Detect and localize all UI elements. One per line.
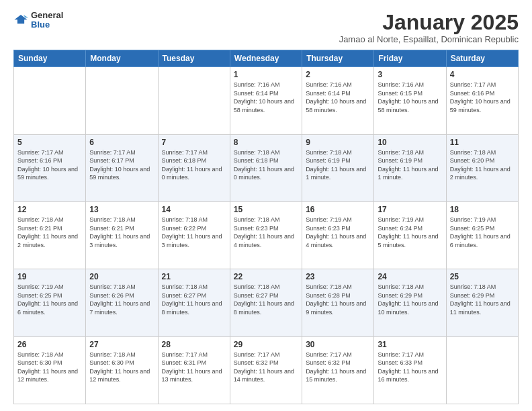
table-row: 11Sunrise: 7:18 AM Sunset: 6:20 PM Dayli… xyxy=(446,134,518,201)
logo-text: General Blue xyxy=(31,11,63,30)
day-number: 5 xyxy=(17,138,82,147)
day-info: Sunrise: 7:18 AM Sunset: 6:29 PM Dayligh… xyxy=(378,283,442,316)
table-row: 31Sunrise: 7:17 AM Sunset: 6:33 PM Dayli… xyxy=(374,336,446,404)
table-row: 23Sunrise: 7:18 AM Sunset: 6:28 PM Dayli… xyxy=(302,269,374,336)
table-row: 18Sunrise: 7:19 AM Sunset: 6:25 PM Dayli… xyxy=(446,201,518,269)
day-number: 28 xyxy=(162,340,226,349)
calendar-week-row: 19Sunrise: 7:19 AM Sunset: 6:25 PM Dayli… xyxy=(14,269,519,336)
day-info: Sunrise: 7:18 AM Sunset: 6:29 PM Dayligh… xyxy=(450,283,515,316)
table-row: 6Sunrise: 7:17 AM Sunset: 6:17 PM Daylig… xyxy=(86,134,158,201)
table-row: 30Sunrise: 7:17 AM Sunset: 6:32 PM Dayli… xyxy=(302,336,374,404)
day-info: Sunrise: 7:18 AM Sunset: 6:27 PM Dayligh… xyxy=(234,283,298,316)
day-number: 12 xyxy=(17,205,82,214)
table-row: 4Sunrise: 7:17 AM Sunset: 6:16 PM Daylig… xyxy=(446,67,518,134)
col-sunday: Sunday xyxy=(14,50,86,67)
table-row: 20Sunrise: 7:18 AM Sunset: 6:26 PM Dayli… xyxy=(86,269,158,336)
day-info: Sunrise: 7:18 AM Sunset: 6:21 PM Dayligh… xyxy=(89,216,154,249)
day-info: Sunrise: 7:18 AM Sunset: 6:28 PM Dayligh… xyxy=(306,283,370,316)
page: General Blue January 2025 Jamao al Norte… xyxy=(0,0,532,411)
table-row: 7Sunrise: 7:17 AM Sunset: 6:18 PM Daylig… xyxy=(158,134,230,201)
logo: General Blue xyxy=(13,11,63,30)
day-number: 27 xyxy=(89,340,154,349)
day-number: 31 xyxy=(378,340,442,349)
day-info: Sunrise: 7:17 AM Sunset: 6:16 PM Dayligh… xyxy=(17,148,82,182)
day-info: Sunrise: 7:17 AM Sunset: 6:16 PM Dayligh… xyxy=(450,81,515,114)
table-row xyxy=(446,336,518,404)
table-row: 22Sunrise: 7:18 AM Sunset: 6:27 PM Dayli… xyxy=(230,269,302,336)
table-row xyxy=(14,67,86,134)
calendar-week-row: 5Sunrise: 7:17 AM Sunset: 6:16 PM Daylig… xyxy=(14,134,519,201)
logo-icon xyxy=(13,13,28,28)
day-info: Sunrise: 7:18 AM Sunset: 6:19 PM Dayligh… xyxy=(378,148,442,182)
day-info: Sunrise: 7:18 AM Sunset: 6:27 PM Dayligh… xyxy=(162,283,226,316)
calendar-header-row: Sunday Monday Tuesday Wednesday Thursday… xyxy=(14,50,519,67)
table-row xyxy=(158,67,230,134)
day-info: Sunrise: 7:16 AM Sunset: 6:14 PM Dayligh… xyxy=(306,81,370,114)
day-info: Sunrise: 7:18 AM Sunset: 6:22 PM Dayligh… xyxy=(162,216,226,249)
month-title: January 2025 xyxy=(339,11,519,34)
table-row: 21Sunrise: 7:18 AM Sunset: 6:27 PM Dayli… xyxy=(158,269,230,336)
calendar-week-row: 26Sunrise: 7:18 AM Sunset: 6:30 PM Dayli… xyxy=(14,336,519,404)
day-info: Sunrise: 7:18 AM Sunset: 6:23 PM Dayligh… xyxy=(234,216,298,249)
day-number: 15 xyxy=(234,205,298,214)
table-row: 24Sunrise: 7:18 AM Sunset: 6:29 PM Dayli… xyxy=(374,269,446,336)
day-number: 29 xyxy=(234,340,298,349)
day-info: Sunrise: 7:19 AM Sunset: 6:24 PM Dayligh… xyxy=(378,216,442,249)
day-number: 26 xyxy=(17,340,82,349)
day-info: Sunrise: 7:19 AM Sunset: 6:25 PM Dayligh… xyxy=(17,283,82,316)
day-number: 23 xyxy=(306,272,370,281)
day-number: 8 xyxy=(234,138,298,147)
day-number: 18 xyxy=(450,205,515,214)
subtitle: Jamao al Norte, Espaillat, Dominican Rep… xyxy=(339,34,519,44)
day-number: 2 xyxy=(306,70,370,79)
table-row: 14Sunrise: 7:18 AM Sunset: 6:22 PM Dayli… xyxy=(158,201,230,269)
table-row: 29Sunrise: 7:17 AM Sunset: 6:32 PM Dayli… xyxy=(230,336,302,404)
day-number: 9 xyxy=(306,138,370,147)
table-row: 19Sunrise: 7:19 AM Sunset: 6:25 PM Dayli… xyxy=(14,269,86,336)
day-info: Sunrise: 7:17 AM Sunset: 6:17 PM Dayligh… xyxy=(89,148,154,182)
title-area: January 2025 Jamao al Norte, Espaillat, … xyxy=(339,11,519,44)
day-number: 21 xyxy=(162,272,226,281)
day-number: 6 xyxy=(89,138,154,147)
logo-general: General xyxy=(31,11,63,20)
logo-blue: Blue xyxy=(31,20,63,30)
table-row: 8Sunrise: 7:18 AM Sunset: 6:18 PM Daylig… xyxy=(230,134,302,201)
day-number: 13 xyxy=(89,205,154,214)
table-row: 27Sunrise: 7:18 AM Sunset: 6:30 PM Dayli… xyxy=(86,336,158,404)
day-info: Sunrise: 7:17 AM Sunset: 6:32 PM Dayligh… xyxy=(234,351,298,384)
calendar: Sunday Monday Tuesday Wednesday Thursday… xyxy=(13,50,519,404)
col-monday: Monday xyxy=(86,50,158,67)
table-row: 25Sunrise: 7:18 AM Sunset: 6:29 PM Dayli… xyxy=(446,269,518,336)
day-number: 25 xyxy=(450,272,515,281)
day-info: Sunrise: 7:17 AM Sunset: 6:33 PM Dayligh… xyxy=(378,351,442,384)
day-info: Sunrise: 7:18 AM Sunset: 6:18 PM Dayligh… xyxy=(234,148,298,182)
day-number: 4 xyxy=(450,70,515,79)
day-info: Sunrise: 7:18 AM Sunset: 6:19 PM Dayligh… xyxy=(306,148,370,182)
day-number: 17 xyxy=(378,205,442,214)
day-info: Sunrise: 7:18 AM Sunset: 6:30 PM Dayligh… xyxy=(17,351,82,384)
table-row: 10Sunrise: 7:18 AM Sunset: 6:19 PM Dayli… xyxy=(374,134,446,201)
day-info: Sunrise: 7:17 AM Sunset: 6:31 PM Dayligh… xyxy=(162,351,226,384)
table-row: 9Sunrise: 7:18 AM Sunset: 6:19 PM Daylig… xyxy=(302,134,374,201)
day-info: Sunrise: 7:18 AM Sunset: 6:30 PM Dayligh… xyxy=(89,351,154,384)
table-row: 5Sunrise: 7:17 AM Sunset: 6:16 PM Daylig… xyxy=(14,134,86,201)
day-number: 11 xyxy=(450,138,515,147)
table-row: 3Sunrise: 7:16 AM Sunset: 6:15 PM Daylig… xyxy=(374,67,446,134)
col-friday: Friday xyxy=(374,50,446,67)
day-number: 20 xyxy=(89,272,154,281)
table-row: 15Sunrise: 7:18 AM Sunset: 6:23 PM Dayli… xyxy=(230,201,302,269)
col-thursday: Thursday xyxy=(302,50,374,67)
table-row xyxy=(86,67,158,134)
col-saturday: Saturday xyxy=(446,50,518,67)
day-number: 1 xyxy=(234,70,298,79)
day-number: 30 xyxy=(306,340,370,349)
table-row: 26Sunrise: 7:18 AM Sunset: 6:30 PM Dayli… xyxy=(14,336,86,404)
day-info: Sunrise: 7:16 AM Sunset: 6:15 PM Dayligh… xyxy=(378,81,442,114)
day-number: 14 xyxy=(162,205,226,214)
day-info: Sunrise: 7:18 AM Sunset: 6:26 PM Dayligh… xyxy=(89,283,154,316)
day-info: Sunrise: 7:18 AM Sunset: 6:20 PM Dayligh… xyxy=(450,148,515,182)
table-row: 17Sunrise: 7:19 AM Sunset: 6:24 PM Dayli… xyxy=(374,201,446,269)
day-info: Sunrise: 7:17 AM Sunset: 6:32 PM Dayligh… xyxy=(306,351,370,384)
day-number: 22 xyxy=(234,272,298,281)
day-info: Sunrise: 7:19 AM Sunset: 6:23 PM Dayligh… xyxy=(306,216,370,249)
